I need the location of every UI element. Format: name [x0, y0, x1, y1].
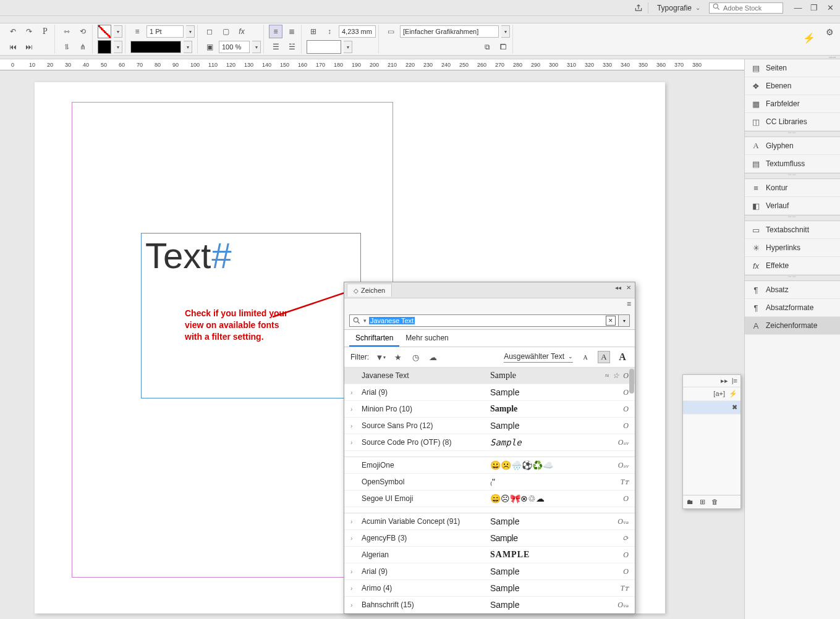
stroke-dropdown[interactable]: ▾: [114, 41, 122, 53]
bolt-icon[interactable]: ⚡: [803, 32, 815, 44]
expand-chevron-icon[interactable]: ›: [350, 602, 357, 608]
new-icon[interactable]: ⊞: [700, 498, 705, 506]
frame-type-dropdown[interactable]: ▾: [501, 25, 510, 38]
font-row[interactable]: ›Minion Pro (10)SampleO: [344, 401, 635, 418]
font-row[interactable]: Javanese TextSample≈☆O: [344, 368, 635, 384]
font-row[interactable]: ›Acumin Variable Concept (91)SampleOᵥₐ: [344, 513, 635, 530]
grid-icon[interactable]: ⊞: [307, 25, 320, 38]
tab-schriftarten[interactable]: Schriftarten: [349, 330, 399, 347]
panel-collapse-icon[interactable]: ◂◂: [615, 284, 621, 291]
expand-chevron-icon[interactable]: ›: [350, 535, 357, 542]
panel-textabschnitt[interactable]: ▭Textabschnitt: [745, 221, 840, 239]
opacity-dropdown[interactable]: ▾: [252, 41, 261, 53]
font-row[interactable]: ›Arial (9)SampleO: [344, 384, 635, 401]
stroke-style-dropdown[interactable]: ▾: [184, 41, 192, 53]
dimension-field[interactable]: 4,233 mm: [339, 25, 376, 38]
sample-size-medium[interactable]: A: [598, 351, 610, 363]
share-icon[interactable]: [633, 2, 644, 14]
filter-funnel-icon[interactable]: ▼▾: [375, 352, 386, 363]
panel-seiten[interactable]: ▤Seiten: [745, 59, 840, 77]
expand-chevron-icon[interactable]: ›: [350, 439, 357, 446]
adobe-stock-search[interactable]: [709, 2, 783, 14]
font-row[interactable]: ›Bahnschrift (15)SampleOᵥₐ: [344, 597, 635, 613]
sample-text-selector[interactable]: Ausgewählter Text ⌄: [504, 352, 573, 363]
tab-mehr-suchen[interactable]: Mehr suchen: [399, 330, 454, 347]
panel-kontur[interactable]: ≡Kontur: [745, 179, 840, 197]
sample-size-small[interactable]: A: [579, 351, 592, 363]
stroke-weight-field[interactable]: 1 Pt: [146, 25, 184, 38]
stroke-weight-dropdown[interactable]: ▾: [186, 25, 195, 38]
panel-absatz[interactable]: ¶Absatz: [745, 281, 840, 299]
panel-close-icon[interactable]: ✕: [626, 284, 631, 291]
expand-arrows-icon[interactable]: ▸▸: [721, 377, 728, 385]
corner-round-icon[interactable]: ▢: [219, 25, 232, 38]
bolt-icon[interactable]: ⚡: [729, 390, 737, 398]
scrollbar-thumb[interactable]: [629, 369, 634, 394]
filter-cloud-icon[interactable]: ☁: [427, 352, 438, 363]
workspace-switcher[interactable]: Typografie ⌄: [652, 4, 705, 12]
panel-titlebar[interactable]: ◇ Zeichen ◂◂ ✕: [344, 282, 635, 298]
wrap-icon[interactable]: ☰: [269, 40, 282, 54]
panel-verlauf[interactable]: ◧Verlauf: [745, 197, 840, 215]
font-row[interactable]: ›Source Sans Pro (12)SampleO: [344, 418, 635, 434]
font-row[interactable]: ›AgencyFB (3)Sample⟳: [344, 530, 635, 547]
filter-favorite-icon[interactable]: ★: [392, 352, 404, 363]
color-swatch-white[interactable]: [307, 40, 341, 54]
align-left-icon[interactable]: ≡: [269, 25, 282, 38]
maximize-button[interactable]: ❐: [807, 2, 821, 14]
font-row[interactable]: ›Arial (9)SampleO: [344, 563, 635, 580]
expand-chevron-icon[interactable]: ›: [350, 423, 357, 429]
flip-h-icon[interactable]: ⇿: [60, 25, 74, 38]
stroke-style-field[interactable]: [130, 41, 181, 53]
panel-farbfelder[interactable]: ▦Farbfelder: [745, 95, 840, 113]
corner-square-icon[interactable]: ◻: [203, 25, 216, 38]
clear-override-icon[interactable]: ✖: [732, 403, 737, 411]
fill-dropdown[interactable]: ▾: [114, 25, 122, 38]
text-tool-icon[interactable]: P: [38, 25, 52, 38]
font-row[interactable]: EmojiOne😀☹️🌧️⚽♻️☁️Oₛᵥ: [344, 457, 635, 474]
font-dropdown-toggle[interactable]: ▾: [619, 314, 630, 327]
panel-tab-zeichen[interactable]: ◇ Zeichen: [347, 284, 392, 297]
flip-v-icon[interactable]: ⥮: [60, 40, 74, 54]
tree-icon[interactable]: ⋔: [76, 40, 90, 54]
panel-zeichenformate[interactable]: AZeichenformate: [745, 317, 840, 335]
filter-recent-icon[interactable]: ◷: [410, 352, 421, 363]
panel-cclibraries[interactable]: ◫CC Libraries: [745, 113, 840, 131]
font-row[interactable]: ›Source Code Pro (OTF) (8)SampleOₛᵥ: [344, 434, 635, 451]
expand-chevron-icon[interactable]: ›: [350, 585, 357, 592]
panel-textumfluss[interactable]: ▤Textumfluss: [745, 155, 840, 173]
panel-ebenen[interactable]: ❖Ebenen: [745, 77, 840, 95]
fill-swatch[interactable]: [98, 25, 111, 38]
stroke-swatch[interactable]: [98, 40, 111, 54]
expand-chevron-icon[interactable]: ›: [350, 389, 357, 396]
font-search-input[interactable]: ▾ Javanese Text ✕: [349, 314, 619, 327]
redo-icon[interactable]: ↷: [22, 25, 36, 38]
panel-glyphen[interactable]: AGlyphen: [745, 137, 840, 155]
frame-type-field[interactable]: [Einfacher Grafikrahmen]: [400, 25, 499, 38]
color-swatch-dropdown[interactable]: ▾: [344, 41, 352, 53]
wrap2-icon[interactable]: ☱: [285, 40, 299, 54]
panel-menu-icon[interactable]: ≡: [627, 300, 631, 308]
panel-menu-lines-icon[interactable]: |≡: [732, 377, 737, 385]
fit-content-icon[interactable]: ⧉: [480, 40, 494, 54]
font-row[interactable]: Segoe UI Emoji😄☹🎀⊗♲☁O: [344, 491, 635, 507]
font-row[interactable]: ›Arimo (4)SampleTᴛ: [344, 580, 635, 597]
expand-chevron-icon[interactable]: ›: [350, 518, 357, 525]
panel-effekte[interactable]: fxEffekte: [745, 257, 840, 275]
sample-size-large[interactable]: A: [616, 351, 629, 363]
undo-icon[interactable]: ↶: [6, 25, 20, 38]
trash-icon[interactable]: 🗑: [711, 498, 718, 506]
text-frame[interactable]: Text# Check if you limited your view on …: [141, 233, 361, 398]
font-row[interactable]: OpenSymbol₍"Tᴛ: [344, 474, 635, 491]
expand-chevron-icon[interactable]: ›: [350, 406, 357, 413]
fx-icon[interactable]: fx: [235, 25, 248, 38]
panel-hyperlinks[interactable]: ✳Hyperlinks: [745, 239, 840, 257]
settings-gear-icon[interactable]: ⚙: [826, 27, 834, 37]
fit-frame-icon[interactable]: ⧠: [496, 40, 510, 54]
opacity-field[interactable]: 100 %: [219, 41, 250, 53]
align-right-icon[interactable]: ≣: [285, 25, 299, 38]
folder-icon[interactable]: 🖿: [687, 498, 694, 506]
minimize-button[interactable]: ―: [791, 2, 805, 14]
clear-search-icon[interactable]: ✕: [606, 316, 616, 326]
stock-search-input[interactable]: [723, 4, 779, 12]
